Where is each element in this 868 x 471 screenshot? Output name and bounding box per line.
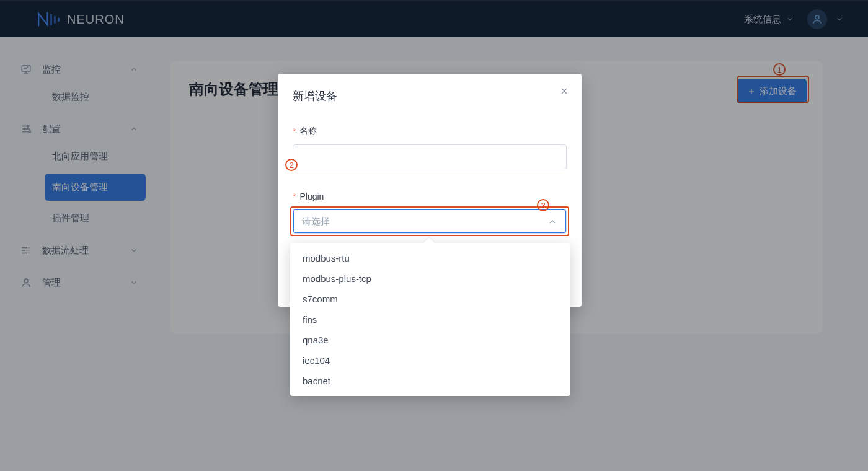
modal-title: 新增设备 [293, 89, 567, 103]
plugin-option-label: qna3e [303, 335, 329, 345]
name-input[interactable] [293, 144, 567, 169]
form-row-name: * 名称 [293, 126, 567, 169]
plugin-label-wrap: * Plugin [293, 191, 567, 201]
plugin-option-label: modbus-rtu [303, 253, 350, 263]
plugin-option-label: s7comm [303, 294, 338, 304]
plugin-dropdown: modbus-rtu modbus-plus-tcp s7comm fins q… [290, 243, 570, 396]
plugin-option[interactable]: modbus-plus-tcp [290, 268, 570, 289]
required-mark: * [293, 126, 296, 136]
plugin-select[interactable]: 请选择 [293, 209, 567, 234]
plugin-option-label: fins [303, 314, 317, 325]
form-row-plugin: * Plugin 请选择 [293, 191, 567, 234]
annotation-badge-3: 3 [537, 199, 549, 211]
plugin-option[interactable]: s7comm [290, 289, 570, 309]
plugin-option[interactable]: modbus-rtu [290, 248, 570, 268]
required-mark: * [293, 191, 296, 201]
plugin-option[interactable]: bacnet [290, 371, 570, 391]
modal-close-button[interactable] [558, 85, 570, 97]
annotation-badge-2: 2 [285, 159, 298, 171]
plugin-label: Plugin [299, 191, 324, 201]
plugin-option-label: bacnet [303, 376, 330, 386]
name-label: 名称 [299, 126, 317, 137]
chevron-up-icon [547, 217, 557, 227]
plugin-option-label: iec104 [303, 355, 330, 366]
close-icon [559, 86, 569, 96]
plugin-option-label: modbus-plus-tcp [303, 273, 371, 284]
plugin-option[interactable]: iec104 [290, 350, 570, 371]
plugin-option[interactable]: qna3e [290, 330, 570, 350]
plugin-option[interactable]: fins [290, 309, 570, 330]
plugin-select-placeholder: 请选择 [302, 216, 330, 227]
name-label-wrap: * 名称 [293, 126, 567, 137]
plugin-select-wrap: 请选择 [293, 209, 567, 234]
